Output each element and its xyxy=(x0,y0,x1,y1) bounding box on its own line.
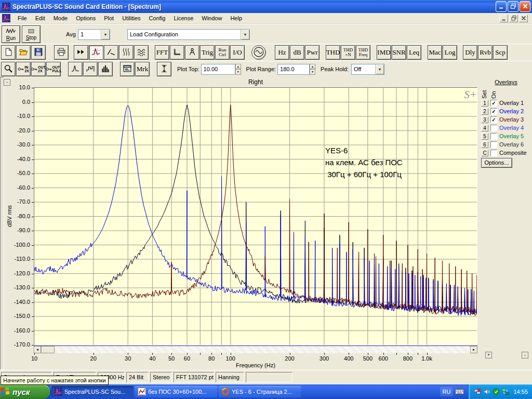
mdi-restore-button[interactable] xyxy=(509,15,518,22)
overlay-checkbox-6[interactable] xyxy=(490,141,497,148)
antivirus-icon[interactable] xyxy=(493,388,500,395)
save-file-button[interactable] xyxy=(31,45,46,60)
calibration-button[interactable] xyxy=(185,45,200,60)
menu-item-help[interactable]: Help xyxy=(226,14,246,23)
chevron-down-icon[interactable]: ▼ xyxy=(101,30,110,39)
task-button[interactable]: SpectraPLUS-SC Sou... xyxy=(51,386,134,397)
overlay-set-button-3[interactable]: 3 xyxy=(481,116,488,123)
volume-icon[interactable] xyxy=(483,388,490,395)
trigger-button[interactable]: Trig xyxy=(200,45,215,60)
overlay-options-button[interactable]: Options... xyxy=(481,158,512,168)
network-activity-icon[interactable] xyxy=(502,388,509,395)
scrollbar-track[interactable] xyxy=(55,346,470,353)
overlay-set-button-5[interactable]: 5 xyxy=(481,133,488,140)
plot-area[interactable] xyxy=(34,87,477,345)
thd-button[interactable]: THD xyxy=(326,45,340,60)
logging-button[interactable]: Log xyxy=(443,45,457,60)
reverb-button[interactable]: Rvb xyxy=(478,45,493,60)
menu-item-window[interactable]: Window xyxy=(197,14,226,23)
thd-freq-button[interactable]: THDFreq xyxy=(356,45,370,60)
surface-view-button[interactable] xyxy=(134,45,149,60)
scroll-left-arrow[interactable]: ◄ xyxy=(34,346,41,353)
horizontal-scrollbar[interactable]: ◄ ► xyxy=(34,346,477,353)
window-titlebar[interactable]: SpectraPLUS-SC Sound Card Edition - [Spe… xyxy=(0,0,532,13)
spectrogram-view-button[interactable] xyxy=(119,45,134,60)
macro-button[interactable]: Mac xyxy=(428,45,442,60)
plot-options-dialog-button[interactable] xyxy=(120,62,135,76)
zoom-out-full-button[interactable]: OUTFULL xyxy=(46,62,61,76)
overlay-set-button-C[interactable]: C xyxy=(481,150,488,156)
spinner-down-icon[interactable]: ▼ xyxy=(235,69,241,75)
new-file-button[interactable] xyxy=(1,45,16,60)
units-db-button[interactable]: dB xyxy=(290,45,304,60)
zoom-tool-button[interactable] xyxy=(1,62,16,76)
start-button[interactable]: пуск xyxy=(0,384,50,399)
spinner-up-icon[interactable]: ▲ xyxy=(310,64,315,70)
menu-item-license[interactable]: License xyxy=(169,14,197,23)
plot-range-input[interactable]: 180.0 xyxy=(277,64,310,75)
spinner-up-icon[interactable]: ▲ xyxy=(235,64,241,70)
line-plot-mode-button[interactable] xyxy=(68,62,83,76)
load-configuration-combobox[interactable]: Load Configuration ▼ xyxy=(127,29,250,40)
print-button[interactable] xyxy=(54,45,69,60)
scope-button[interactable]: Scp xyxy=(493,45,508,60)
io-device-button[interactable]: I/O xyxy=(230,45,245,60)
overlay-checkbox-4[interactable] xyxy=(490,125,497,131)
language-indicator[interactable]: RU xyxy=(440,387,454,396)
plot-range-spinner[interactable]: ▲▼ xyxy=(310,64,315,75)
stop-button[interactable]: Stop xyxy=(22,25,41,43)
run-control-button[interactable]: RunCtrl xyxy=(215,45,230,60)
chevron-down-icon[interactable]: ▼ xyxy=(375,64,384,74)
peak-hold-combobox[interactable]: Off▼ xyxy=(351,64,384,75)
plot-top-spinner[interactable]: ▲▼ xyxy=(235,64,241,75)
scaling-button[interactable] xyxy=(170,45,184,60)
chevron-down-icon[interactable]: ▼ xyxy=(241,30,249,39)
run-button[interactable]: Run xyxy=(2,25,20,43)
overlay-checkbox-2[interactable]: ✓ xyxy=(490,108,497,115)
keyboard-icon[interactable] xyxy=(455,388,464,395)
spectrum-view-button[interactable] xyxy=(89,45,103,60)
menu-item-file[interactable]: File xyxy=(14,14,31,23)
overlay-set-button-4[interactable]: 4 xyxy=(481,125,488,131)
plot-top-input[interactable]: 10.00 xyxy=(201,64,235,75)
overlay-set-button-1[interactable]: 1 xyxy=(481,100,488,107)
zoom-out-2x-button[interactable]: OUT2X xyxy=(31,62,46,76)
menu-item-utilities[interactable]: Utilities xyxy=(118,14,144,23)
task-button[interactable]: YES - 6 - Страница 2... xyxy=(219,386,301,397)
open-file-button[interactable] xyxy=(16,45,31,60)
restore-button[interactable] xyxy=(508,1,518,12)
signal-generator-button[interactable] xyxy=(251,45,266,60)
spinner-down-icon[interactable]: ▼ xyxy=(310,69,315,75)
delay-button[interactable]: Dly xyxy=(463,45,477,60)
step-plot-mode-button[interactable] xyxy=(83,62,98,76)
overlay-checkbox-5[interactable] xyxy=(490,133,497,140)
units-pwr-button[interactable]: Pwr xyxy=(305,45,320,60)
phase-view-button[interactable] xyxy=(104,45,118,60)
overlay-set-button-2[interactable]: 2 xyxy=(481,108,488,115)
fast-forward-button[interactable] xyxy=(74,45,88,60)
collapse-pane-button-2[interactable]: - xyxy=(522,352,528,358)
zoom-in-2x-button[interactable]: IN2X xyxy=(16,62,31,76)
avg-combobox[interactable]: 1 ▼ xyxy=(78,29,110,40)
menu-item-edit[interactable]: Edit xyxy=(31,14,49,23)
left-splitter[interactable] xyxy=(0,77,4,370)
task-button[interactable]: без ПОС 30+60+100... xyxy=(135,386,217,397)
snr-button[interactable]: SNR xyxy=(392,45,406,60)
mdi-close-button[interactable] xyxy=(519,15,528,22)
menu-item-plot[interactable]: Plot xyxy=(100,14,118,23)
bar-plot-mode-button[interactable] xyxy=(98,62,113,76)
menu-item-mode[interactable]: Mode xyxy=(49,14,72,23)
scrollbar-thumb[interactable] xyxy=(41,346,55,353)
scroll-right-arrow[interactable]: ► xyxy=(470,346,477,353)
fft-settings-button[interactable]: FFT xyxy=(155,45,169,60)
overlay-checkbox-3[interactable]: ✓ xyxy=(490,116,497,123)
menu-item-config[interactable]: Config xyxy=(145,14,170,23)
overlay-checkbox-1[interactable]: ✓ xyxy=(490,100,497,107)
thd-n-button[interactable]: THD+N xyxy=(341,45,355,60)
imd-button[interactable]: IMD xyxy=(377,45,391,60)
mdi-minimize-button[interactable] xyxy=(499,15,508,22)
vertical-range-button[interactable] xyxy=(157,62,171,76)
minimize-button[interactable] xyxy=(496,1,507,12)
units-hz-button[interactable]: Hz xyxy=(275,45,289,60)
overlay-set-button-6[interactable]: 6 xyxy=(481,141,488,148)
